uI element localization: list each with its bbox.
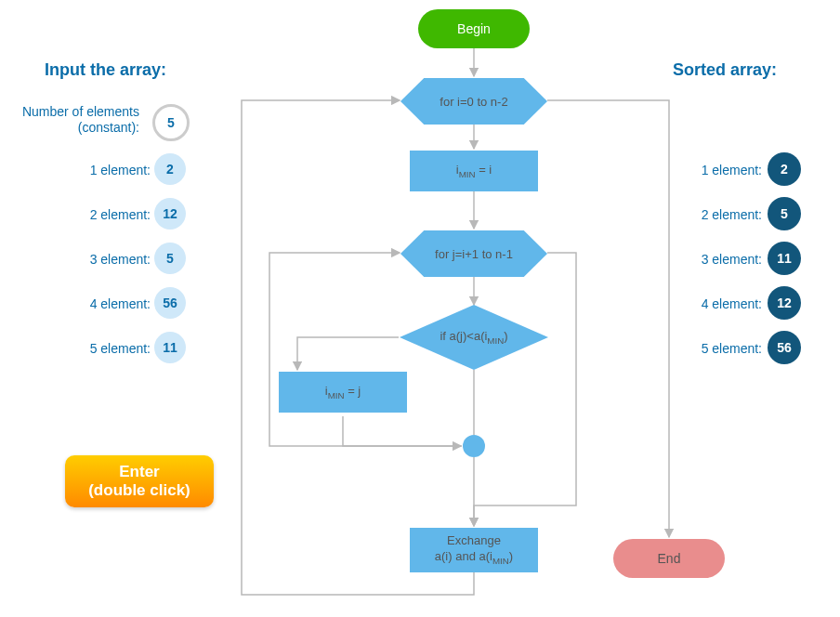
sorted-item-4-label: 4 element: xyxy=(641,296,762,311)
input-item-3-label: 3 element: xyxy=(30,252,151,267)
flow-imin-j: iMIN = j xyxy=(279,372,407,413)
sorted-item-5-value: 56 xyxy=(768,331,801,364)
n-elements-value[interactable]: 5 xyxy=(152,104,190,141)
sorted-item-3-value: 11 xyxy=(768,242,801,275)
sorted-item-1-label: 1 element: xyxy=(641,163,762,177)
flow-begin: Begin xyxy=(418,9,530,48)
input-item-4-label: 4 element: xyxy=(30,296,151,311)
flow-junction xyxy=(463,435,485,457)
flow-end: End xyxy=(613,539,725,578)
enter-button-line2: (double click) xyxy=(88,481,190,500)
input-item-2-label: 2 element: xyxy=(30,207,151,222)
flow-inner-loop: for j=i+1 to n-1 xyxy=(400,230,547,277)
flow-outer-loop: for i=0 to n-2 xyxy=(400,78,547,125)
enter-button[interactable]: Enter (double click) xyxy=(65,455,214,507)
flow-decision: if a(j)<a(iMIN) xyxy=(400,305,548,370)
input-item-4-value[interactable]: 56 xyxy=(154,287,186,319)
input-heading: Input the array: xyxy=(45,60,166,80)
sorted-item-1-value: 2 xyxy=(768,152,801,186)
input-item-1-value[interactable]: 2 xyxy=(154,153,186,185)
input-item-3-value[interactable]: 5 xyxy=(154,243,186,274)
input-item-2-value[interactable]: 12 xyxy=(154,198,186,230)
sorted-item-2-label: 2 element: xyxy=(641,207,762,222)
sorted-heading: Sorted array: xyxy=(673,60,777,80)
input-item-5-label: 5 element: xyxy=(30,341,151,356)
input-item-5-value[interactable]: 11 xyxy=(154,332,186,363)
sorted-item-2-value: 5 xyxy=(768,197,801,230)
sorted-item-5-label: 5 element: xyxy=(641,341,762,356)
sorted-item-3-label: 3 element: xyxy=(641,252,762,267)
sorted-item-4-value: 12 xyxy=(768,286,801,320)
flow-imin-i: iMIN = i xyxy=(410,151,538,191)
enter-button-line1: Enter xyxy=(88,463,190,481)
n-elements-label: Number of elements (constant): xyxy=(19,104,139,136)
flow-exchange: Exchange a(i) and a(iMIN) xyxy=(410,528,538,572)
input-item-1-label: 1 element: xyxy=(30,163,151,177)
